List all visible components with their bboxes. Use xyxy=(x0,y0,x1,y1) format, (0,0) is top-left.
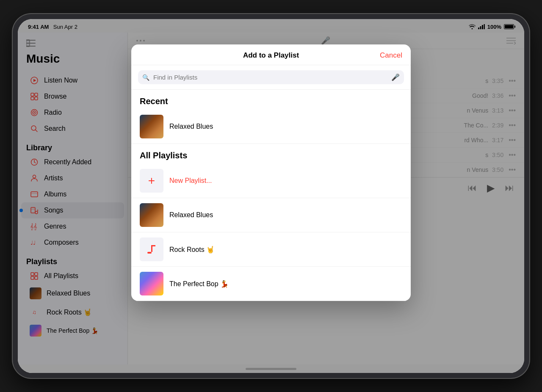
add-to-playlist-modal: Add to a Playlist Cancel 🔍 🎤 Recent xyxy=(131,44,411,301)
modal-search-bar: 🔍 🎤 xyxy=(131,65,411,90)
plus-icon: + xyxy=(148,174,155,188)
all-perfect-bop-name: The Perfect Bop 💃 xyxy=(169,280,229,288)
rock-roots-icon xyxy=(140,237,163,261)
svg-rect-41 xyxy=(151,245,155,246)
all-relaxed-blues-thumb xyxy=(140,203,163,227)
modal-body: Recent Relaxed Blues All Playlists + New… xyxy=(131,90,411,301)
mic-search-icon[interactable]: 🎤 xyxy=(391,73,400,81)
all-playlist-relaxed-blues[interactable]: Relaxed Blues xyxy=(131,198,411,232)
svg-rect-39 xyxy=(147,252,152,254)
recent-relaxed-blues-name: Relaxed Blues xyxy=(169,123,213,130)
search-icon: 🔍 xyxy=(142,74,149,81)
all-playlists-section-header: All Playlists xyxy=(131,144,411,164)
recent-section-header: Recent xyxy=(131,90,411,110)
modal-title: Add to a Playlist xyxy=(243,51,299,60)
all-relaxed-blues-name: Relaxed Blues xyxy=(169,211,213,219)
modal-header: Add to a Playlist Cancel xyxy=(131,44,411,65)
all-playlist-rock-roots[interactable]: Rock Roots 🤘 xyxy=(131,232,411,267)
recent-relaxed-blues-thumb xyxy=(140,115,163,138)
ipad-screen: 9:41 AM Sun Apr 2 100% xyxy=(18,19,524,373)
new-playlist-icon: + xyxy=(140,169,163,193)
all-playlist-perfect-bop[interactable]: The Perfect Bop 💃 xyxy=(131,267,411,301)
new-playlist-row[interactable]: + New Playlist... xyxy=(131,164,411,198)
ipad-frame: 9:41 AM Sun Apr 2 100% xyxy=(13,14,529,378)
new-playlist-label: New Playlist... xyxy=(169,177,212,185)
all-rock-roots-name: Rock Roots 🤘 xyxy=(169,246,215,254)
modal-overlay: Add to a Playlist Cancel 🔍 🎤 Recent xyxy=(18,19,524,373)
find-in-playlists-input[interactable] xyxy=(138,70,404,84)
cancel-button[interactable]: Cancel xyxy=(380,51,402,60)
perfect-bop-thumb-modal xyxy=(140,272,163,295)
music-note-icon xyxy=(146,243,158,255)
search-wrapper: 🔍 🎤 xyxy=(138,70,404,84)
recent-playlist-relaxed-blues[interactable]: Relaxed Blues xyxy=(131,110,411,144)
